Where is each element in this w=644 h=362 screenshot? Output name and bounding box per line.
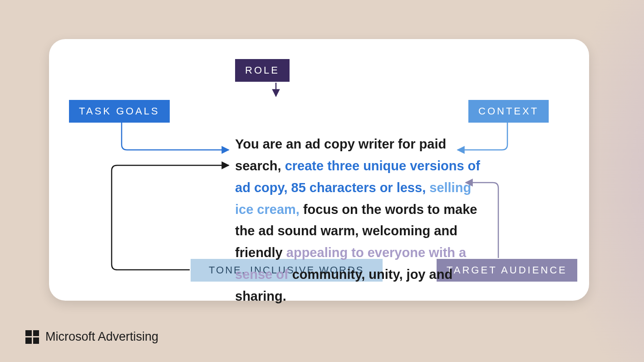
label-role: ROLE — [235, 59, 290, 82]
brand-footer: Microsoft Advertising — [25, 330, 158, 344]
diagram-card: ROLE TASK GOALS CONTEXT TONE, INCLUSIVE … — [49, 39, 589, 301]
prompt-text: You are an ad copy writer for paid searc… — [235, 134, 489, 307]
label-context: CONTEXT — [468, 100, 549, 123]
label-task-goals: TASK GOALS — [69, 100, 170, 123]
microsoft-logo-icon — [25, 330, 39, 344]
brand-text: Microsoft Advertising — [45, 330, 158, 344]
